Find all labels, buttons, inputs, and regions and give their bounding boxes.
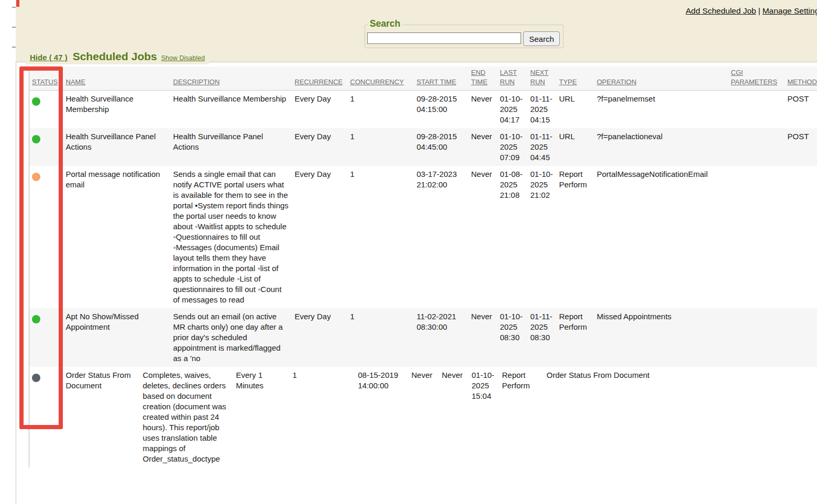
status-dot-green	[32, 315, 40, 323]
page-title: Scheduled Jobs	[73, 50, 157, 63]
cell-end_time: Never	[469, 91, 498, 129]
cell-description: Completes, waives, deletes, declines ord…	[140, 367, 234, 467]
cell-operation: PortalMessageNotificationEmail	[594, 166, 728, 308]
cell-description: Health Surveillance Membership	[171, 91, 292, 129]
cell-cgi_parameters	[728, 308, 785, 367]
cell-next_run: 01-11-2025 04:45	[528, 128, 557, 166]
cell-status	[29, 367, 63, 467]
col-header-type[interactable]: TYPE	[559, 78, 577, 86]
cell-status	[29, 91, 63, 129]
cell-concurrency: 1	[348, 166, 414, 308]
col-header-name[interactable]: NAME	[66, 78, 86, 86]
status-dot-green	[32, 97, 40, 106]
table-row[interactable]: Portal message notification emailSends a…	[29, 166, 817, 308]
col-header-concurrency[interactable]: CONCURRENCY	[350, 78, 404, 86]
col-header-description[interactable]: DESCRIPTION	[173, 78, 220, 86]
ruler-tick	[12, 47, 16, 48]
cell-description: Sends a single email that can notify ACT…	[171, 166, 292, 308]
cell-operation: Order Status From Document	[544, 367, 793, 467]
cell-recurrence: Every Day	[292, 128, 348, 166]
scheduled-jobs-table: STATUSNAMEDESCRIPTIONRECURRENCECONCURREN…	[29, 66, 817, 367]
cell-method: POST	[785, 128, 817, 166]
cell-operation: ?f=panelactioneval	[594, 128, 728, 166]
topbar-links: Add Scheduled Job|Manage Settings	[686, 6, 817, 16]
ruler-tick	[12, 7, 16, 8]
cell-concurrency: 1	[348, 308, 414, 367]
cell-operation: ?f=panelmemset	[594, 91, 728, 129]
cell-start_time: 09-28-2015 04:15:00	[414, 91, 469, 129]
search-input[interactable]	[367, 32, 521, 44]
cell-next_run: 01-10-2025 21:02	[528, 166, 557, 308]
cell-type: Report Perform	[557, 166, 594, 308]
ruler-tick	[12, 27, 16, 28]
cell-end_time: Never	[409, 367, 439, 467]
cell-last_run: Never	[439, 367, 469, 467]
col-header-cgi_parameters[interactable]: CGI PARAMETERS	[731, 69, 778, 86]
cell-name: Apt No Show/Missed Appointment	[63, 308, 171, 367]
cell-cgi_parameters	[728, 91, 785, 129]
cell-description: Health Surveillance Panel Actions	[171, 128, 292, 166]
scheduled-jobs-panel: Hide ( 47 ) Scheduled Jobs Show Disabled…	[16, 62, 817, 504]
annotation-top-mark	[16, 0, 19, 7]
status-dot-green	[32, 135, 40, 143]
status-dot-gray	[32, 374, 40, 382]
table-row[interactable]: Order Status From DocumentCompletes, wai…	[29, 367, 793, 467]
cell-end_time: Never	[469, 166, 498, 308]
cell-status	[29, 128, 63, 166]
col-header-operation[interactable]: OPERATION	[597, 78, 637, 86]
cell-name: Health Surveillance Panel Actions	[63, 128, 171, 166]
table-row[interactable]: Apt No Show/Missed AppointmentSends out …	[29, 308, 817, 367]
cell-method	[785, 308, 817, 367]
link-separator: |	[758, 6, 760, 15]
col-header-start_time[interactable]: START TIME	[417, 78, 457, 86]
status-dot-orange	[32, 173, 40, 181]
cell-next_run: 01-10-2025 15:04	[469, 367, 500, 467]
scheduled-jobs-legend: Hide ( 47 ) Scheduled Jobs Show Disabled	[26, 50, 209, 64]
cell-end_time: Never	[469, 128, 498, 166]
cell-status	[29, 308, 63, 367]
cell-status	[29, 166, 63, 308]
col-header-recurrence[interactable]: RECURRENCE	[295, 78, 343, 86]
add-scheduled-job-link[interactable]: Add Scheduled Job	[686, 6, 756, 15]
cell-last_run: 01-10-2025 08:30	[498, 308, 528, 367]
search-legend: Search	[368, 18, 402, 29]
col-header-last_run[interactable]: LAST RUN	[500, 69, 517, 86]
col-header-next_run[interactable]: NEXT RUN	[531, 69, 549, 86]
cell-concurrency: 1	[348, 128, 414, 166]
search-button[interactable]: Search	[523, 31, 560, 46]
cell-name: Order Status From Document	[63, 367, 140, 467]
cell-operation: Missed Appointments	[594, 308, 728, 367]
hide-link[interactable]: Hide ( 47 )	[30, 53, 68, 62]
show-disabled-link[interactable]: Show Disabled	[161, 54, 205, 62]
cell-name: Health Surveillance Membership	[63, 91, 171, 129]
cell-last_run: 01-10-2025 07:09	[498, 128, 528, 166]
manage-settings-link[interactable]: Manage Settings	[763, 6, 817, 15]
cell-next_run: 01-11-2025 08:30	[528, 308, 557, 367]
col-header-end_time[interactable]: END TIME	[471, 69, 488, 86]
table-row[interactable]: Health Surveillance Panel ActionsHealth …	[29, 128, 817, 166]
cell-type: Report Perform	[500, 367, 544, 467]
cell-method: POST	[785, 91, 817, 129]
cell-start_time: 08-15-2019 14:00:00	[356, 367, 409, 467]
cell-type: URL	[557, 128, 594, 166]
cell-next_run: 01-11-2025 04:15	[528, 91, 557, 129]
cell-method	[785, 166, 817, 308]
cell-start_time: 11-02-2021 08:30:00	[414, 308, 469, 367]
cell-type: Report Perform	[557, 308, 594, 367]
cell-name: Portal message notification email	[63, 166, 171, 308]
cell-description: Sends out an email (on active MR charts …	[171, 308, 292, 367]
col-header-status[interactable]: STATUS	[32, 78, 58, 86]
cell-type: URL	[557, 91, 594, 129]
cell-concurrency: 1	[290, 367, 356, 467]
cell-recurrence: Every Day	[292, 91, 348, 129]
table-row[interactable]: Health Surveillance MembershipHealth Sur…	[29, 91, 817, 129]
cell-cgi_parameters	[728, 128, 785, 166]
cell-recurrence: Every Day	[292, 166, 348, 308]
table-header-row: STATUSNAMEDESCRIPTIONRECURRENCECONCURREN…	[29, 66, 817, 91]
cell-start_time: 09-28-2015 04:45:00	[414, 128, 469, 166]
cell-start_time: 03-17-2023 21:02:00	[414, 166, 469, 308]
cell-concurrency: 1	[348, 91, 414, 129]
cell-cgi_parameters	[728, 166, 785, 308]
col-header-method[interactable]: METHOD	[788, 78, 817, 86]
cell-recurrence: Every 1 Minutes	[234, 367, 290, 467]
